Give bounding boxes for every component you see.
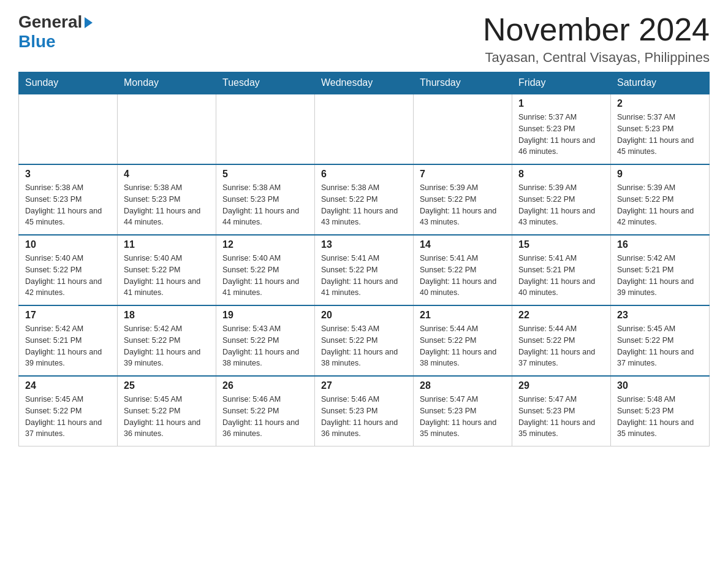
table-row: 9Sunrise: 5:39 AM Sunset: 5:22 PM Daylig… <box>611 164 710 235</box>
col-monday: Monday <box>118 72 216 94</box>
table-row: 21Sunrise: 5:44 AM Sunset: 5:22 PM Dayli… <box>414 305 512 376</box>
table-row: 29Sunrise: 5:47 AM Sunset: 5:23 PM Dayli… <box>512 376 611 446</box>
day-info: Sunrise: 5:41 AM Sunset: 5:22 PM Dayligh… <box>420 253 506 299</box>
day-number: 23 <box>617 310 703 321</box>
day-number: 3 <box>25 169 111 180</box>
day-number: 10 <box>25 239 111 250</box>
logo-blue-text: Blue <box>18 32 56 52</box>
table-row: 3Sunrise: 5:38 AM Sunset: 5:23 PM Daylig… <box>19 164 118 235</box>
day-number: 18 <box>124 310 210 321</box>
day-number: 27 <box>321 380 407 391</box>
table-row: 20Sunrise: 5:43 AM Sunset: 5:22 PM Dayli… <box>315 305 414 376</box>
day-info: Sunrise: 5:37 AM Sunset: 5:23 PM Dayligh… <box>617 112 703 158</box>
col-thursday: Thursday <box>414 72 512 94</box>
day-number: 2 <box>617 98 703 109</box>
table-row: 10Sunrise: 5:40 AM Sunset: 5:22 PM Dayli… <box>19 235 118 305</box>
day-info: Sunrise: 5:38 AM Sunset: 5:23 PM Dayligh… <box>25 182 111 228</box>
day-info: Sunrise: 5:39 AM Sunset: 5:22 PM Dayligh… <box>420 182 506 228</box>
calendar-week-row: 17Sunrise: 5:42 AM Sunset: 5:21 PM Dayli… <box>19 305 710 376</box>
table-row <box>315 94 414 164</box>
day-info: Sunrise: 5:39 AM Sunset: 5:22 PM Dayligh… <box>617 182 703 228</box>
day-number: 26 <box>222 380 308 391</box>
day-number: 16 <box>617 239 703 250</box>
day-info: Sunrise: 5:48 AM Sunset: 5:23 PM Dayligh… <box>617 394 703 440</box>
table-row: 7Sunrise: 5:39 AM Sunset: 5:22 PM Daylig… <box>414 164 512 235</box>
day-info: Sunrise: 5:37 AM Sunset: 5:23 PM Dayligh… <box>518 112 604 158</box>
day-number: 19 <box>222 310 308 321</box>
day-info: Sunrise: 5:47 AM Sunset: 5:23 PM Dayligh… <box>518 394 604 440</box>
location-text: Tayasan, Central Visayas, Philippines <box>483 50 710 66</box>
table-row: 25Sunrise: 5:45 AM Sunset: 5:22 PM Dayli… <box>118 376 216 446</box>
table-row: 11Sunrise: 5:40 AM Sunset: 5:22 PM Dayli… <box>118 235 216 305</box>
day-number: 24 <box>25 380 111 391</box>
day-info: Sunrise: 5:44 AM Sunset: 5:22 PM Dayligh… <box>420 323 506 369</box>
day-info: Sunrise: 5:38 AM Sunset: 5:23 PM Dayligh… <box>124 182 210 228</box>
calendar-table: Sunday Monday Tuesday Wednesday Thursday… <box>18 72 710 446</box>
table-row: 8Sunrise: 5:39 AM Sunset: 5:22 PM Daylig… <box>512 164 611 235</box>
table-row: 19Sunrise: 5:43 AM Sunset: 5:22 PM Dayli… <box>216 305 315 376</box>
day-number: 12 <box>222 239 308 250</box>
day-info: Sunrise: 5:40 AM Sunset: 5:22 PM Dayligh… <box>222 253 308 299</box>
day-info: Sunrise: 5:46 AM Sunset: 5:22 PM Dayligh… <box>222 394 308 440</box>
table-row: 23Sunrise: 5:45 AM Sunset: 5:22 PM Dayli… <box>611 305 710 376</box>
logo: General Blue <box>18 12 93 52</box>
day-info: Sunrise: 5:44 AM Sunset: 5:22 PM Dayligh… <box>518 323 604 369</box>
day-info: Sunrise: 5:42 AM Sunset: 5:21 PM Dayligh… <box>25 323 111 369</box>
page-header: General Blue November 2024 Tayasan, Cent… <box>18 12 710 66</box>
day-number: 1 <box>518 98 604 109</box>
day-number: 21 <box>420 310 506 321</box>
table-row: 15Sunrise: 5:41 AM Sunset: 5:21 PM Dayli… <box>512 235 611 305</box>
title-section: November 2024 Tayasan, Central Visayas, … <box>483 12 710 66</box>
day-info: Sunrise: 5:45 AM Sunset: 5:22 PM Dayligh… <box>617 323 703 369</box>
table-row <box>414 94 512 164</box>
table-row: 24Sunrise: 5:45 AM Sunset: 5:22 PM Dayli… <box>19 376 118 446</box>
logo-general-text: General <box>18 12 82 32</box>
day-info: Sunrise: 5:45 AM Sunset: 5:22 PM Dayligh… <box>124 394 210 440</box>
table-row: 13Sunrise: 5:41 AM Sunset: 5:22 PM Dayli… <box>315 235 414 305</box>
table-row: 17Sunrise: 5:42 AM Sunset: 5:21 PM Dayli… <box>19 305 118 376</box>
day-number: 22 <box>518 310 604 321</box>
col-tuesday: Tuesday <box>216 72 315 94</box>
day-number: 7 <box>420 169 506 180</box>
day-number: 30 <box>617 380 703 391</box>
col-wednesday: Wednesday <box>315 72 414 94</box>
col-friday: Friday <box>512 72 611 94</box>
table-row: 14Sunrise: 5:41 AM Sunset: 5:22 PM Dayli… <box>414 235 512 305</box>
day-info: Sunrise: 5:43 AM Sunset: 5:22 PM Dayligh… <box>321 323 407 369</box>
day-info: Sunrise: 5:38 AM Sunset: 5:22 PM Dayligh… <box>321 182 407 228</box>
calendar-week-row: 24Sunrise: 5:45 AM Sunset: 5:22 PM Dayli… <box>19 376 710 446</box>
day-info: Sunrise: 5:40 AM Sunset: 5:22 PM Dayligh… <box>124 253 210 299</box>
table-row: 1Sunrise: 5:37 AM Sunset: 5:23 PM Daylig… <box>512 94 611 164</box>
month-title: November 2024 <box>483 12 710 47</box>
table-row: 12Sunrise: 5:40 AM Sunset: 5:22 PM Dayli… <box>216 235 315 305</box>
day-number: 13 <box>321 239 407 250</box>
day-number: 28 <box>420 380 506 391</box>
day-info: Sunrise: 5:41 AM Sunset: 5:21 PM Dayligh… <box>518 253 604 299</box>
table-row: 6Sunrise: 5:38 AM Sunset: 5:22 PM Daylig… <box>315 164 414 235</box>
day-number: 9 <box>617 169 703 180</box>
day-info: Sunrise: 5:47 AM Sunset: 5:23 PM Dayligh… <box>420 394 506 440</box>
table-row: 4Sunrise: 5:38 AM Sunset: 5:23 PM Daylig… <box>118 164 216 235</box>
day-number: 15 <box>518 239 604 250</box>
calendar-week-row: 1Sunrise: 5:37 AM Sunset: 5:23 PM Daylig… <box>19 94 710 164</box>
calendar-week-row: 10Sunrise: 5:40 AM Sunset: 5:22 PM Dayli… <box>19 235 710 305</box>
col-sunday: Sunday <box>19 72 118 94</box>
day-info: Sunrise: 5:39 AM Sunset: 5:22 PM Dayligh… <box>518 182 604 228</box>
day-number: 6 <box>321 169 407 180</box>
day-number: 11 <box>124 239 210 250</box>
day-info: Sunrise: 5:38 AM Sunset: 5:23 PM Dayligh… <box>222 182 308 228</box>
day-number: 25 <box>124 380 210 391</box>
day-number: 8 <box>518 169 604 180</box>
table-row <box>19 94 118 164</box>
table-row: 5Sunrise: 5:38 AM Sunset: 5:23 PM Daylig… <box>216 164 315 235</box>
table-row: 22Sunrise: 5:44 AM Sunset: 5:22 PM Dayli… <box>512 305 611 376</box>
logo-arrow-icon <box>85 17 93 28</box>
day-info: Sunrise: 5:45 AM Sunset: 5:22 PM Dayligh… <box>25 394 111 440</box>
day-info: Sunrise: 5:41 AM Sunset: 5:22 PM Dayligh… <box>321 253 407 299</box>
table-row <box>216 94 315 164</box>
table-row: 26Sunrise: 5:46 AM Sunset: 5:22 PM Dayli… <box>216 376 315 446</box>
day-info: Sunrise: 5:46 AM Sunset: 5:23 PM Dayligh… <box>321 394 407 440</box>
day-number: 4 <box>124 169 210 180</box>
day-number: 20 <box>321 310 407 321</box>
table-row: 16Sunrise: 5:42 AM Sunset: 5:21 PM Dayli… <box>611 235 710 305</box>
